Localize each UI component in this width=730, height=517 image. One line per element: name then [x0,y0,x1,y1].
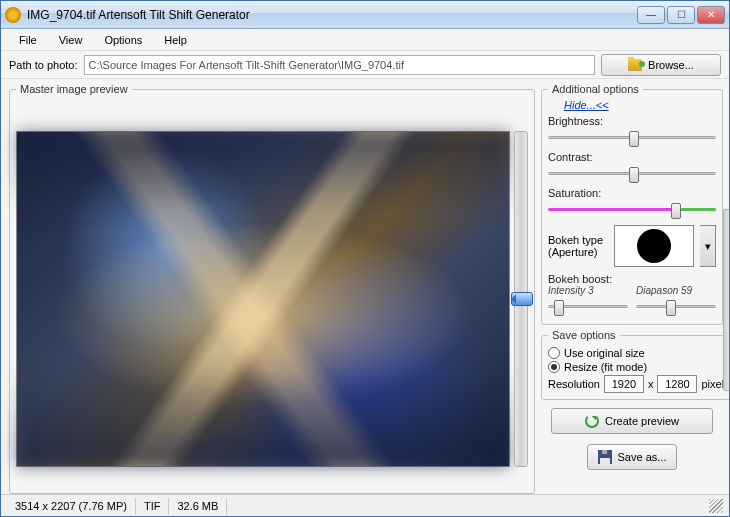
save-options-fieldset: Save options Use original size Resize (f… [541,329,729,400]
status-size: 32.6 MB [169,498,227,514]
resolution-row: Resolution x pixels [548,375,729,393]
status-format: TIF [136,498,170,514]
bokeh-preview [614,225,694,267]
path-label: Path to photo: [9,59,78,71]
preview-legend: Master image preview [16,83,132,95]
additional-options-fieldset: Additional options Hide...<< Brightness:… [541,83,723,325]
resize-radio[interactable] [548,361,560,373]
save-as-button[interactable]: Save as... [587,444,677,470]
close-button[interactable]: ✕ [697,6,725,24]
saturation-label: Saturation: [548,187,716,199]
contrast-slider[interactable] [548,165,716,183]
use-original-label: Use original size [564,347,645,359]
content: Master image preview Additional options … [1,79,729,494]
diapason-slider[interactable] [636,298,716,316]
intensity-slider[interactable] [548,298,628,316]
maximize-button[interactable]: ☐ [667,6,695,24]
browse-label: Browse... [648,59,694,71]
status-dimensions: 3514 x 2207 (7.76 MP) [7,498,136,514]
path-input[interactable] [84,55,596,75]
diapason-label: Diapason 59 [636,285,716,296]
minimize-button[interactable]: — [637,6,665,24]
contrast-label: Contrast: [548,151,716,163]
width-input[interactable] [604,375,644,393]
menu-view[interactable]: View [49,32,93,48]
folder-icon [628,59,642,71]
x-label: x [648,378,654,390]
bokeh-circle-icon [637,229,671,263]
floppy-icon [598,450,612,464]
window-title: IMG_9704.tif Artensoft Tilt Shift Genera… [27,8,637,22]
save-legend: Save options [548,329,620,341]
browse-button[interactable]: Browse... [601,54,721,76]
pathbar: Path to photo: Browse... [1,51,729,79]
right-panel: Additional options Hide...<< Brightness:… [539,79,729,494]
refresh-icon [585,414,599,428]
bokeh-dropdown[interactable]: ▾ [700,225,716,267]
preview-area [16,101,528,487]
preview-image[interactable] [16,131,510,467]
vertical-slider-thumb[interactable] [511,292,533,306]
bokeh-boost-row: Intensity 3 Diapason 59 [548,285,716,318]
use-original-radio[interactable] [548,347,560,359]
hide-link[interactable]: Hide...<< [548,99,716,111]
height-input[interactable] [657,375,697,393]
resize-row[interactable]: Resize (fit mode) [548,361,729,373]
menubar: File View Options Help [1,29,729,51]
menu-file[interactable]: File [9,32,47,48]
pixels-label: pixels [701,378,729,390]
resize-label: Resize (fit mode) [564,361,647,373]
statusbar: 3514 x 2207 (7.76 MP) TIF 32.6 MB [1,494,729,516]
menu-options[interactable]: Options [94,32,152,48]
additional-legend: Additional options [548,83,643,95]
create-preview-label: Create preview [605,415,679,427]
bokeh-type-row: Bokeh type (Aperture) ▾ [548,225,716,267]
resolution-label: Resolution [548,378,600,390]
bokeh-boost-label: Bokeh boost: [548,273,716,285]
create-preview-button[interactable]: Create preview [551,408,713,434]
intensity-label: Intensity 3 [548,285,628,296]
left-panel: Master image preview [1,79,539,494]
preview-fieldset: Master image preview [9,83,535,494]
brightness-slider[interactable] [548,129,716,147]
vertical-slider-track[interactable] [514,131,528,467]
bokeh-type-label: Bokeh type (Aperture) [548,234,608,258]
saturation-slider[interactable] [548,201,716,219]
app-icon [5,7,21,23]
save-as-label: Save as... [618,451,667,463]
window-controls: — ☐ ✕ [637,6,725,24]
brightness-label: Brightness: [548,115,716,127]
resize-grip[interactable] [709,499,723,513]
use-original-row[interactable]: Use original size [548,347,729,359]
menu-help[interactable]: Help [154,32,197,48]
titlebar: IMG_9704.tif Artensoft Tilt Shift Genera… [1,1,729,29]
app-window: IMG_9704.tif Artensoft Tilt Shift Genera… [0,0,730,517]
